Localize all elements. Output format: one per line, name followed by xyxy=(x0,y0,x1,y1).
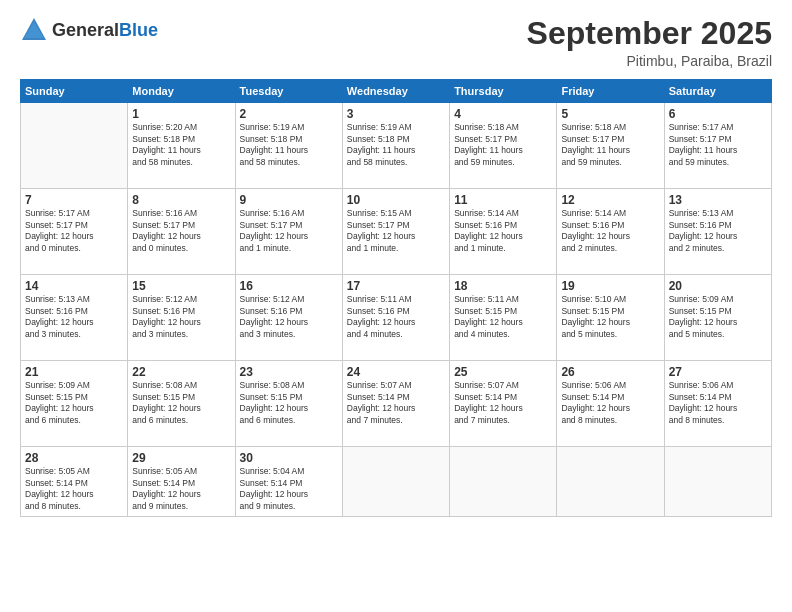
day-info-line: Sunrise: 5:18 AM xyxy=(454,122,519,132)
day-number: 16 xyxy=(240,279,338,293)
calendar-cell: 6Sunrise: 5:17 AMSunset: 5:17 PMDaylight… xyxy=(664,103,771,189)
day-info-line: and 1 minute. xyxy=(347,243,399,253)
day-info: Sunrise: 5:05 AMSunset: 5:14 PMDaylight:… xyxy=(132,466,230,512)
col-wednesday: Wednesday xyxy=(342,80,449,103)
day-number: 14 xyxy=(25,279,123,293)
calendar-cell: 2Sunrise: 5:19 AMSunset: 5:18 PMDaylight… xyxy=(235,103,342,189)
day-info-line: Sunset: 5:17 PM xyxy=(132,220,195,230)
day-info: Sunrise: 5:07 AMSunset: 5:14 PMDaylight:… xyxy=(454,380,552,426)
calendar-cell: 30Sunrise: 5:04 AMSunset: 5:14 PMDayligh… xyxy=(235,447,342,517)
day-info-line: Daylight: 12 hours xyxy=(669,231,738,241)
day-info-line: and 58 minutes. xyxy=(132,157,192,167)
day-info-line: Sunrise: 5:13 AM xyxy=(669,208,734,218)
day-info-line: and 5 minutes. xyxy=(669,329,725,339)
calendar-cell: 8Sunrise: 5:16 AMSunset: 5:17 PMDaylight… xyxy=(128,189,235,275)
col-tuesday: Tuesday xyxy=(235,80,342,103)
day-info: Sunrise: 5:16 AMSunset: 5:17 PMDaylight:… xyxy=(132,208,230,254)
day-info-line: Sunrise: 5:12 AM xyxy=(132,294,197,304)
day-info: Sunrise: 5:16 AMSunset: 5:17 PMDaylight:… xyxy=(240,208,338,254)
calendar-cell: 25Sunrise: 5:07 AMSunset: 5:14 PMDayligh… xyxy=(450,361,557,447)
day-info-line: and 3 minutes. xyxy=(240,329,296,339)
day-info-line: Daylight: 12 hours xyxy=(132,489,201,499)
day-info-line: and 7 minutes. xyxy=(347,415,403,425)
day-info-line: and 6 minutes. xyxy=(240,415,296,425)
day-info-line: Sunset: 5:18 PM xyxy=(132,134,195,144)
day-number: 3 xyxy=(347,107,445,121)
day-info-line: Daylight: 12 hours xyxy=(454,317,523,327)
day-info-line: and 59 minutes. xyxy=(561,157,621,167)
day-info: Sunrise: 5:06 AMSunset: 5:14 PMDaylight:… xyxy=(669,380,767,426)
day-info-line: Daylight: 12 hours xyxy=(240,231,309,241)
day-number: 28 xyxy=(25,451,123,465)
day-info-line: Sunset: 5:15 PM xyxy=(561,306,624,316)
calendar-cell: 27Sunrise: 5:06 AMSunset: 5:14 PMDayligh… xyxy=(664,361,771,447)
title-block: September 2025 Pitimbu, Paraiba, Brazil xyxy=(527,16,772,69)
calendar-cell: 21Sunrise: 5:09 AMSunset: 5:15 PMDayligh… xyxy=(21,361,128,447)
day-info-line: Sunrise: 5:14 AM xyxy=(561,208,626,218)
day-info: Sunrise: 5:13 AMSunset: 5:16 PMDaylight:… xyxy=(25,294,123,340)
day-info: Sunrise: 5:19 AMSunset: 5:18 PMDaylight:… xyxy=(240,122,338,168)
day-info-line: Sunset: 5:16 PM xyxy=(347,306,410,316)
day-info-line: Sunset: 5:14 PM xyxy=(454,392,517,402)
day-info: Sunrise: 5:09 AMSunset: 5:15 PMDaylight:… xyxy=(669,294,767,340)
day-info-line: and 9 minutes. xyxy=(240,501,296,511)
day-info-line: Sunset: 5:14 PM xyxy=(669,392,732,402)
day-number: 23 xyxy=(240,365,338,379)
day-number: 10 xyxy=(347,193,445,207)
calendar-cell xyxy=(21,103,128,189)
day-info-line: Sunrise: 5:09 AM xyxy=(669,294,734,304)
calendar-cell: 16Sunrise: 5:12 AMSunset: 5:16 PMDayligh… xyxy=(235,275,342,361)
day-info-line: Sunset: 5:17 PM xyxy=(561,134,624,144)
day-info-line: Sunset: 5:17 PM xyxy=(669,134,732,144)
day-info-line: Sunrise: 5:11 AM xyxy=(347,294,412,304)
col-monday: Monday xyxy=(128,80,235,103)
day-info-line: Daylight: 12 hours xyxy=(132,317,201,327)
calendar-cell: 14Sunrise: 5:13 AMSunset: 5:16 PMDayligh… xyxy=(21,275,128,361)
calendar-cell: 9Sunrise: 5:16 AMSunset: 5:17 PMDaylight… xyxy=(235,189,342,275)
day-info: Sunrise: 5:17 AMSunset: 5:17 PMDaylight:… xyxy=(25,208,123,254)
calendar-cell: 29Sunrise: 5:05 AMSunset: 5:14 PMDayligh… xyxy=(128,447,235,517)
day-info-line: Sunset: 5:17 PM xyxy=(240,220,303,230)
day-info-line: Sunrise: 5:05 AM xyxy=(25,466,90,476)
calendar-cell: 10Sunrise: 5:15 AMSunset: 5:17 PMDayligh… xyxy=(342,189,449,275)
calendar-cell: 24Sunrise: 5:07 AMSunset: 5:14 PMDayligh… xyxy=(342,361,449,447)
day-info-line: Sunset: 5:16 PM xyxy=(25,306,88,316)
day-info: Sunrise: 5:19 AMSunset: 5:18 PMDaylight:… xyxy=(347,122,445,168)
day-info-line: Daylight: 11 hours xyxy=(561,145,630,155)
day-number: 6 xyxy=(669,107,767,121)
calendar-cell: 17Sunrise: 5:11 AMSunset: 5:16 PMDayligh… xyxy=(342,275,449,361)
day-info-line: Daylight: 12 hours xyxy=(669,403,738,413)
day-number: 8 xyxy=(132,193,230,207)
day-info-line: Daylight: 12 hours xyxy=(347,403,416,413)
day-info-line: Sunset: 5:16 PM xyxy=(240,306,303,316)
day-info-line: Sunrise: 5:17 AM xyxy=(669,122,734,132)
day-info-line: Sunset: 5:16 PM xyxy=(132,306,195,316)
calendar-cell: 23Sunrise: 5:08 AMSunset: 5:15 PMDayligh… xyxy=(235,361,342,447)
day-info-line: Daylight: 11 hours xyxy=(132,145,201,155)
calendar-cell: 19Sunrise: 5:10 AMSunset: 5:15 PMDayligh… xyxy=(557,275,664,361)
day-info-line: Daylight: 12 hours xyxy=(25,403,94,413)
calendar-cell: 5Sunrise: 5:18 AMSunset: 5:17 PMDaylight… xyxy=(557,103,664,189)
day-info: Sunrise: 5:07 AMSunset: 5:14 PMDaylight:… xyxy=(347,380,445,426)
day-info: Sunrise: 5:04 AMSunset: 5:14 PMDaylight:… xyxy=(240,466,338,512)
calendar-cell: 11Sunrise: 5:14 AMSunset: 5:16 PMDayligh… xyxy=(450,189,557,275)
day-info-line: Daylight: 12 hours xyxy=(240,317,309,327)
day-info-line: and 1 minute. xyxy=(454,243,506,253)
day-info-line: and 58 minutes. xyxy=(240,157,300,167)
day-number: 22 xyxy=(132,365,230,379)
day-info-line: Sunset: 5:18 PM xyxy=(347,134,410,144)
day-info: Sunrise: 5:17 AMSunset: 5:17 PMDaylight:… xyxy=(669,122,767,168)
col-sunday: Sunday xyxy=(21,80,128,103)
day-info-line: Daylight: 12 hours xyxy=(347,231,416,241)
day-info-line: Sunrise: 5:15 AM xyxy=(347,208,412,218)
day-info-line: and 0 minutes. xyxy=(132,243,188,253)
day-info: Sunrise: 5:08 AMSunset: 5:15 PMDaylight:… xyxy=(132,380,230,426)
calendar-cell: 3Sunrise: 5:19 AMSunset: 5:18 PMDaylight… xyxy=(342,103,449,189)
col-thursday: Thursday xyxy=(450,80,557,103)
day-info-line: Daylight: 12 hours xyxy=(561,231,630,241)
day-info-line: Daylight: 12 hours xyxy=(454,403,523,413)
day-number: 20 xyxy=(669,279,767,293)
day-info-line: Sunrise: 5:06 AM xyxy=(561,380,626,390)
day-number: 4 xyxy=(454,107,552,121)
day-info-line: Daylight: 12 hours xyxy=(132,231,201,241)
